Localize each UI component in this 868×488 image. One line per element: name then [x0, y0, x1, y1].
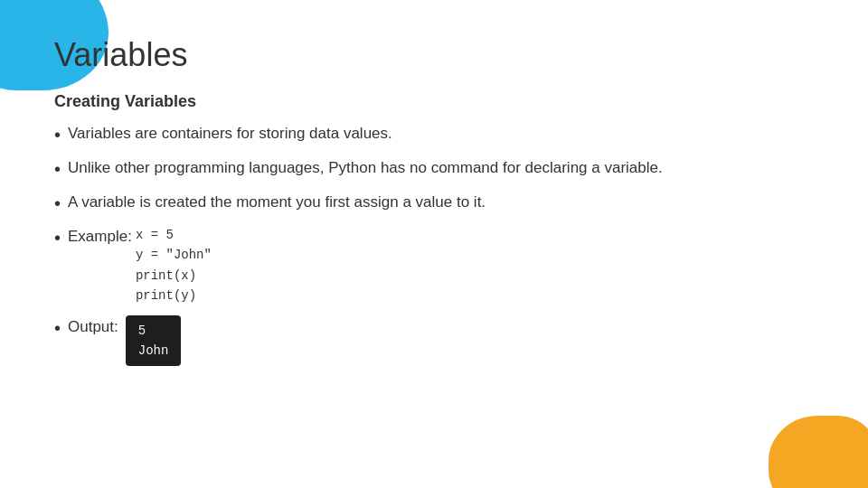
- example-label: Example:: [68, 225, 132, 249]
- output-terminal: 5 John: [126, 315, 182, 367]
- example-code: x = 5 y = "John" print(x) print(y): [136, 225, 212, 306]
- bullet-text-3: A variable is created the moment you fir…: [68, 191, 486, 214]
- bullet-item-3: • A variable is created the moment you f…: [54, 191, 814, 216]
- output-line-1: 5: [138, 321, 169, 341]
- bullet-item-output: • Output: 5 John: [54, 315, 814, 367]
- bullet-text-1: Variables are containers for storing dat…: [68, 122, 392, 145]
- output-line-2: John: [138, 341, 169, 361]
- bullet-item-example: • Example: x = 5 y = "John" print(x) pri…: [54, 225, 814, 306]
- bullet-text-2: Unlike other programming languages, Pyth…: [68, 156, 663, 180]
- output-label: Output:: [68, 315, 118, 339]
- decorative-blob-bottom-right: [769, 416, 868, 488]
- bullet-dot-1: •: [54, 122, 61, 147]
- slide-title: Variables: [54, 36, 814, 74]
- bullet-dot-output: •: [54, 315, 61, 341]
- bullet-item-1: • Variables are containers for storing d…: [54, 122, 814, 147]
- bullet-dot-3: •: [54, 191, 61, 216]
- bullet-list: • Variables are containers for storing d…: [54, 122, 814, 366]
- section-heading: Creating Variables: [54, 92, 814, 111]
- bullet-dot-2: •: [54, 156, 61, 182]
- bullet-dot-example: •: [54, 225, 61, 250]
- bullet-item-2: • Unlike other programming languages, Py…: [54, 156, 814, 182]
